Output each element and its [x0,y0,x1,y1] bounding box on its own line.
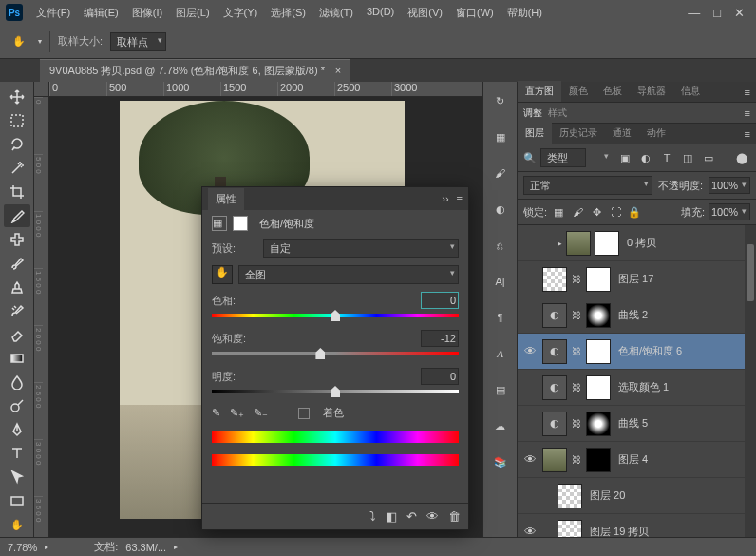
blur-tool[interactable] [4,371,30,393]
layer-row[interactable]: ◐⛓选取颜色 1 [518,370,756,406]
adjustments-panel-icon[interactable]: ◐ [489,198,512,220]
tab-history[interactable]: 历史记录 [552,123,605,144]
layer-thumb[interactable] [586,375,611,400]
magic-wand-tool[interactable] [4,157,30,180]
filter-adjust-icon[interactable]: ◐ [637,149,654,166]
menu-type[interactable]: 文字(Y) [217,2,264,24]
expand-icon[interactable]: ▸ [558,239,562,248]
actions-panel-icon[interactable]: ▦ [489,125,512,148]
layer-row[interactable]: 图层 20 [518,478,756,514]
delete-adjustment-icon[interactable]: 🗑 [448,509,461,524]
menu-layer[interactable]: 图层(L) [170,2,215,24]
layer-thumb[interactable] [586,412,611,436]
hue-slider[interactable] [212,309,459,322]
tab-styles[interactable]: 样式 [548,106,567,120]
properties-panel[interactable]: 属性 ›› ≡ ▦ 色相/饱和度 预设: 自定 ✋ 全图 色相: 饱和度: 明度… [201,186,469,530]
lock-artboard-icon[interactable]: ⛶ [608,204,623,220]
adjustment-thumb[interactable]: ◐ [542,375,567,400]
layer-name[interactable]: 图层 19 拷贝 [586,525,752,537]
filter-shape-icon[interactable]: ◫ [679,149,696,166]
link-icon[interactable]: ⛓ [571,274,582,284]
panel-menu-icon[interactable]: ≡ [739,125,756,144]
sample-size-select[interactable]: 取样点 [110,32,166,51]
tab-layers[interactable]: 图层 [518,123,552,144]
lasso-tool[interactable] [4,133,30,156]
tab-actions[interactable]: 动作 [639,123,673,144]
adjustment-thumb[interactable]: ◐ [542,303,567,328]
layer-name[interactable]: 0 拷贝 [623,236,752,250]
layer-thumb[interactable] [558,520,582,538]
layer-row[interactable]: ▸0 拷贝 [518,225,756,261]
layer-thumb[interactable] [558,484,582,508]
tool-flyout-icon[interactable]: ▾ [38,37,42,46]
dodge-tool[interactable] [4,394,30,417]
mask-icon[interactable] [233,216,248,231]
eyedropper-add-icon[interactable]: ✎₊ [230,407,244,419]
layer-name[interactable]: 图层 4 [614,452,752,467]
filter-pixel-icon[interactable]: ▣ [616,149,633,166]
path-select-tool[interactable] [4,466,30,489]
eyedropper-sub-icon[interactable]: ✎₋ [254,407,268,419]
tab-info[interactable]: 信息 [673,81,708,102]
zoom-flyout-icon[interactable]: ▸ [45,543,48,551]
pen-tool[interactable] [4,418,30,441]
clip-to-layer-icon[interactable]: ⤵ [369,509,376,524]
paragraph-panel-icon[interactable]: ¶ [489,306,512,329]
saturation-slider[interactable] [212,347,459,360]
layer-thumb[interactable] [542,267,567,292]
lock-all-icon[interactable]: 🔒 [627,204,642,220]
layer-row[interactable]: ◐⛓曲线 5 [518,406,756,442]
marquee-tool[interactable] [4,109,30,132]
adjustment-thumb[interactable]: ◐ [542,339,567,364]
vertical-ruler[interactable]: 05 0 01 0 0 01 5 0 02 0 0 02 5 0 03 0 0 … [34,97,49,537]
menu-image[interactable]: 图像(I) [126,2,168,24]
preset-select[interactable]: 自定 [263,239,459,258]
layer-name[interactable]: 图层 17 [614,272,752,286]
tab-adjustments[interactable]: 调整 [523,106,542,120]
layer-row[interactable]: ⛓图层 17 [518,261,756,297]
lightness-slider[interactable] [212,385,459,398]
link-icon[interactable]: ⛓ [571,310,582,320]
history-brush-tool[interactable] [4,299,30,322]
layer-name[interactable]: 曲线 2 [614,308,752,322]
blend-mode-select[interactable]: 正常 [523,176,652,195]
glyphs-panel-icon[interactable]: A [489,342,512,365]
link-icon[interactable]: ⛓ [571,454,582,465]
layer-name[interactable]: 曲线 5 [614,416,752,431]
crop-tool[interactable] [4,181,30,203]
color-range-select[interactable]: 全图 [238,265,459,284]
layers-list[interactable]: ▸0 拷贝⛓图层 17◐⛓曲线 2👁◐⛓色相/饱和度 6◐⛓选取颜色 1◐⛓曲线… [518,225,756,537]
visibility-toggle[interactable]: 👁 [521,452,539,467]
layer-row[interactable]: 👁图层 19 拷贝 [518,514,756,537]
character-panel-icon[interactable]: A| [489,270,512,293]
layers-scrollbar[interactable] [745,225,756,537]
layer-thumb[interactable] [586,267,611,292]
colorize-checkbox[interactable] [298,408,310,419]
layer-thumb[interactable] [595,231,619,256]
brush-tool[interactable] [4,252,30,275]
lightness-input[interactable] [421,368,459,385]
panel-menu-icon[interactable]: ≡ [745,107,750,119]
brush-presets-panel-icon[interactable]: 📚 [489,451,512,473]
link-icon[interactable]: ⛓ [571,346,582,356]
maximize-button[interactable]: □ [713,6,721,20]
type-tool[interactable] [4,442,30,465]
tab-histogram[interactable]: 直方图 [518,81,561,102]
spot-heal-tool[interactable] [4,228,30,251]
ruler-origin[interactable] [34,82,49,97]
horizontal-ruler[interactable]: 050010001500200025003000 [49,82,482,97]
menu-help[interactable]: 帮助(H) [501,2,548,24]
lock-position-icon[interactable]: ✥ [589,204,604,220]
fill-input[interactable] [709,203,750,220]
minimize-button[interactable]: — [688,6,700,20]
menu-file[interactable]: 文件(F) [30,2,76,24]
filter-smart-icon[interactable]: ▭ [700,149,717,166]
hand-tool[interactable]: ✋ [4,513,30,536]
visibility-toggle[interactable]: 👁 [521,525,539,537]
tab-navigator[interactable]: 导航器 [630,81,673,102]
eyedropper-tool[interactable] [4,204,30,227]
layer-thumb[interactable] [586,303,611,328]
search-icon[interactable]: 🔍 [523,152,537,164]
document-tab[interactable]: 9V0A0885 拷贝.psd @ 7.78% (色相/饱和度 6, 图层蒙版/… [40,59,350,82]
clone-source-panel-icon[interactable]: ⎌ [489,234,512,257]
